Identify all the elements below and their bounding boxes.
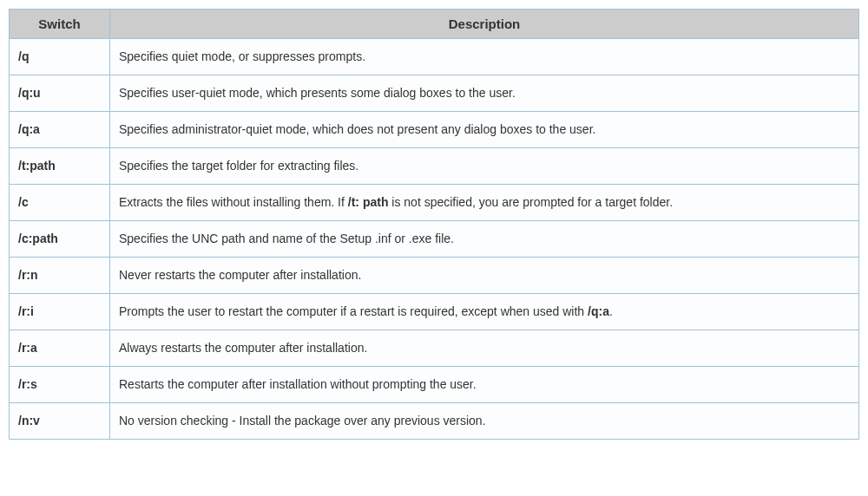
description-text: Restarts the computer after installation… [119,377,477,391]
description-cell: No version checking - Install the packag… [110,403,859,440]
switch-cell: /r:s [10,367,110,403]
table-row: /r:aAlways restarts the computer after i… [10,330,859,367]
table-header-row: Switch Description [10,10,859,39]
description-text: . [609,304,613,318]
switch-cell: /r:i [10,294,110,330]
description-text: Extracts the files without installing th… [119,195,348,209]
description-bold-text: /t: path [348,195,389,209]
switch-cell: /c:path [10,221,110,258]
table-row: /q:uSpecifies user-quiet mode, which pre… [10,75,859,112]
description-bold-text: /q:a [588,304,609,318]
switch-cell: /q:u [10,75,110,112]
description-cell: Prompts the user to restart the computer… [110,294,859,330]
description-text: Specifies the UNC path and name of the S… [119,232,454,245]
switches-table: Switch Description /qSpecifies quiet mod… [9,9,859,440]
header-description: Description [110,10,859,39]
table-row: /cExtracts the files without installing … [10,185,859,221]
description-cell: Never restarts the computer after instal… [110,258,859,294]
description-cell: Specifies quiet mode, or suppresses prom… [110,39,859,75]
description-cell: Specifies the UNC path and name of the S… [110,221,859,258]
switch-cell: /r:n [10,258,110,294]
description-cell: Specifies administrator-quiet mode, whic… [110,112,859,148]
description-text: Specifies user-quiet mode, which present… [119,86,516,100]
switch-cell: /q:a [10,112,110,148]
table-row: /r:iPrompts the user to restart the comp… [10,294,859,330]
table-row: /t:pathSpecifies the target folder for e… [10,148,859,185]
switch-cell: /n:v [10,403,110,440]
description-cell: Always restarts the computer after insta… [110,330,859,367]
switch-cell: /q [10,39,110,75]
description-text: Prompts the user to restart the computer… [119,304,588,318]
description-cell: Specifies the target folder for extracti… [110,148,859,185]
switch-cell: /c [10,185,110,221]
description-cell: Restarts the computer after installation… [110,367,859,403]
description-text: Specifies administrator-quiet mode, whic… [119,122,595,136]
description-text: No version checking - Install the packag… [119,414,486,427]
description-text: Specifies the target folder for extracti… [119,159,358,173]
table-row: /n:vNo version checking - Install the pa… [10,403,859,440]
description-text: Never restarts the computer after instal… [119,268,361,282]
table-row: /c:pathSpecifies the UNC path and name o… [10,221,859,258]
table-row: /qSpecifies quiet mode, or suppresses pr… [10,39,859,75]
description-text: Always restarts the computer after insta… [119,341,367,355]
switch-cell: /r:a [10,330,110,367]
table-row: /r:nNever restarts the computer after in… [10,258,859,294]
table-row: /q:aSpecifies administrator-quiet mode, … [10,112,859,148]
switch-cell: /t:path [10,148,110,185]
description-text: is not specified, you are prompted for a… [388,195,673,209]
description-cell: Specifies user-quiet mode, which present… [110,75,859,112]
header-switch: Switch [10,10,110,39]
description-cell: Extracts the files without installing th… [110,185,859,221]
table-row: /r:sRestarts the computer after installa… [10,367,859,403]
description-text: Specifies quiet mode, or suppresses prom… [119,49,365,63]
